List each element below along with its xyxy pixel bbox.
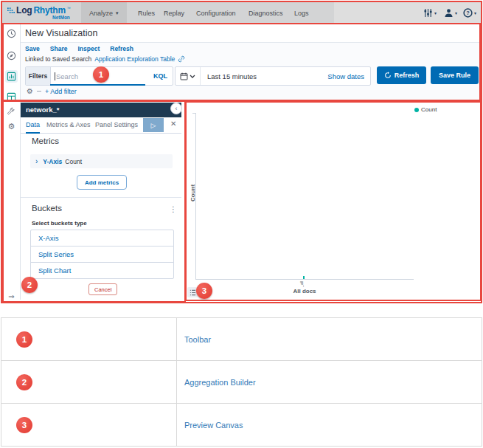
tab-metrics-axes[interactable]: Metrics & Axes bbox=[46, 117, 91, 132]
user-icon bbox=[444, 8, 454, 18]
discover-compass-icon[interactable] bbox=[6, 50, 17, 61]
dashboard-icon[interactable] bbox=[6, 92, 17, 103]
buckets-heading: Buckets bbox=[32, 204, 62, 213]
table-row: 2 Aggregation Builder bbox=[1, 361, 482, 404]
help-icon: ? bbox=[463, 8, 473, 18]
save-rule-button[interactable]: Save Rule bbox=[431, 66, 479, 84]
caret-down-icon: ▾ bbox=[434, 10, 437, 15]
bucket-option-split-series[interactable]: Split Series bbox=[31, 247, 173, 263]
gear-icon[interactable]: ⚙ bbox=[6, 121, 17, 132]
app-sidebar: ⚙ ⇒ bbox=[1, 24, 21, 300]
visualize-chart-icon[interactable] bbox=[5, 70, 18, 83]
nav-item-replay[interactable]: Replay bbox=[164, 1, 184, 24]
search-placeholder: Search bbox=[56, 72, 78, 80]
filter-separator bbox=[37, 91, 41, 92]
legend-label: Count bbox=[421, 106, 437, 113]
refresh-link[interactable]: Refresh bbox=[110, 45, 133, 52]
table-label-aggregation-builder: Aggregation Builder bbox=[177, 361, 482, 403]
aggregation-builder: network_* Data Metrics & Axes Panel Sett… bbox=[21, 101, 181, 300]
nav-item-logs[interactable]: Logs bbox=[294, 1, 309, 24]
search-focus-underline bbox=[50, 84, 145, 86]
tab-data[interactable]: Data bbox=[26, 117, 40, 134]
linked-prefix: Linked to Saved Search bbox=[25, 55, 91, 63]
brand-trademark: ™ bbox=[67, 6, 71, 10]
save-link[interactable]: Save bbox=[25, 45, 40, 52]
y-axis-line bbox=[195, 113, 196, 280]
x-tick-label: _all bbox=[299, 281, 304, 287]
metric-axis-label: Y-Axis bbox=[43, 158, 62, 165]
table-badge-3: 3 bbox=[16, 417, 32, 433]
filters-button[interactable]: Filters bbox=[26, 67, 51, 85]
logrhythm-mark-icon bbox=[7, 7, 15, 15]
caret-down-icon: ▾ bbox=[116, 10, 119, 16]
add-metrics-button[interactable]: Add metrics bbox=[77, 175, 127, 190]
kebab-menu-icon[interactable]: ⋮ bbox=[170, 205, 177, 213]
inspect-link[interactable]: Inspect bbox=[77, 45, 100, 52]
table-row: 1 Toolbar bbox=[1, 318, 482, 361]
preview-canvas: Count Count _all All docs bbox=[187, 103, 479, 298]
bucket-option-x-axis[interactable]: X-Axis bbox=[31, 230, 173, 247]
play-icon: ▷ bbox=[151, 122, 156, 129]
nav-item-rules[interactable]: Rules bbox=[138, 1, 155, 24]
share-link[interactable]: Share bbox=[50, 45, 68, 52]
section-divider bbox=[21, 197, 181, 198]
sliders-icon bbox=[423, 8, 433, 18]
brand-log: Log bbox=[16, 5, 32, 15]
wrench-icon[interactable] bbox=[6, 106, 17, 117]
buckets-subheading: Select buckets type bbox=[32, 220, 87, 227]
expand-sidebar-icon[interactable]: ⇒ bbox=[6, 291, 17, 302]
y-axis-tick bbox=[192, 113, 195, 114]
settings-sliders-menu[interactable]: ▾ bbox=[423, 1, 437, 24]
top-nav: LogRhythm™ NetMon Analyze ▾ Rules Replay… bbox=[1, 1, 482, 24]
nav-item-analyze[interactable]: Analyze ▾ bbox=[81, 1, 127, 24]
editor-tabs: Data Metrics & Axes Panel Settings ▷ ✕ bbox=[21, 117, 181, 134]
unlink-icon[interactable] bbox=[178, 55, 185, 63]
chart-legend[interactable]: Count bbox=[414, 106, 437, 113]
nav-right-background bbox=[334, 1, 482, 24]
x-axis-line bbox=[195, 279, 414, 280]
filter-settings-gear-icon[interactable]: ⚙ bbox=[27, 87, 33, 95]
time-range-value[interactable]: Last 15 minutes bbox=[207, 72, 327, 80]
brand-rhythm: Rhythm bbox=[33, 5, 65, 15]
refresh-button[interactable]: Refresh bbox=[377, 66, 426, 84]
table-row: 3 Preview Canvas bbox=[1, 404, 482, 447]
annotation-badge-1: 1 bbox=[93, 66, 109, 83]
bucket-option-split-chart[interactable]: Split Chart bbox=[31, 263, 173, 278]
calendar-icon bbox=[180, 72, 188, 80]
add-filter-link[interactable]: + Add filter bbox=[45, 88, 77, 95]
chevron-right-icon: › bbox=[35, 157, 38, 165]
index-pattern-header: network_* bbox=[21, 103, 181, 117]
table-label-toolbar: Toolbar bbox=[177, 318, 482, 360]
bucket-type-list: X-Axis Split Series Split Chart bbox=[30, 230, 174, 279]
caret-down-icon: ▾ bbox=[455, 10, 457, 15]
show-dates-link[interactable]: Show dates bbox=[327, 72, 364, 80]
text-cursor bbox=[55, 72, 55, 80]
legend-color-dot bbox=[414, 108, 419, 112]
screenshot-root: LogRhythm™ NetMon Analyze ▾ Rules Replay… bbox=[0, 0, 483, 448]
x-axis-title: All docs bbox=[260, 288, 349, 294]
help-menu[interactable]: ? ▾ bbox=[463, 1, 476, 24]
calendar-dropdown-button[interactable] bbox=[176, 67, 201, 85]
title-bar: New Visualization bbox=[21, 24, 480, 43]
annotation-badge-3: 3 bbox=[196, 283, 212, 299]
apply-changes-button[interactable]: ▷ bbox=[143, 118, 164, 132]
table-badge-2: 2 bbox=[16, 374, 32, 390]
collapse-editor-button[interactable]: ‹ bbox=[170, 103, 182, 114]
svg-text:?: ? bbox=[466, 10, 470, 16]
recent-clock-icon[interactable] bbox=[6, 28, 17, 39]
tab-panel-settings[interactable]: Panel Settings bbox=[95, 117, 138, 132]
metric-row-yaxis-count[interactable]: › Y-Axis Count bbox=[30, 154, 173, 168]
nav-item-diagnostics[interactable]: Diagnostics bbox=[249, 1, 283, 24]
caret-down-icon: ▾ bbox=[474, 10, 476, 15]
linked-saved-search-link[interactable]: Application Exploration Table bbox=[94, 55, 175, 63]
toolbar-area: Save Share Inspect Refresh Linked to Sav… bbox=[21, 43, 480, 100]
nav-item-configuration[interactable]: Configuration bbox=[196, 1, 236, 24]
logrhythm-logo: LogRhythm™ NetMon bbox=[7, 5, 71, 20]
kql-button[interactable]: KQL bbox=[153, 67, 173, 85]
refresh-icon bbox=[384, 72, 392, 79]
x-axis-data-tick bbox=[303, 276, 305, 279]
discard-close-button[interactable]: ✕ bbox=[170, 120, 176, 128]
user-menu[interactable]: ▾ bbox=[444, 1, 457, 24]
page-title: New Visualization bbox=[25, 24, 480, 42]
cancel-button[interactable]: Cancel bbox=[88, 283, 117, 295]
